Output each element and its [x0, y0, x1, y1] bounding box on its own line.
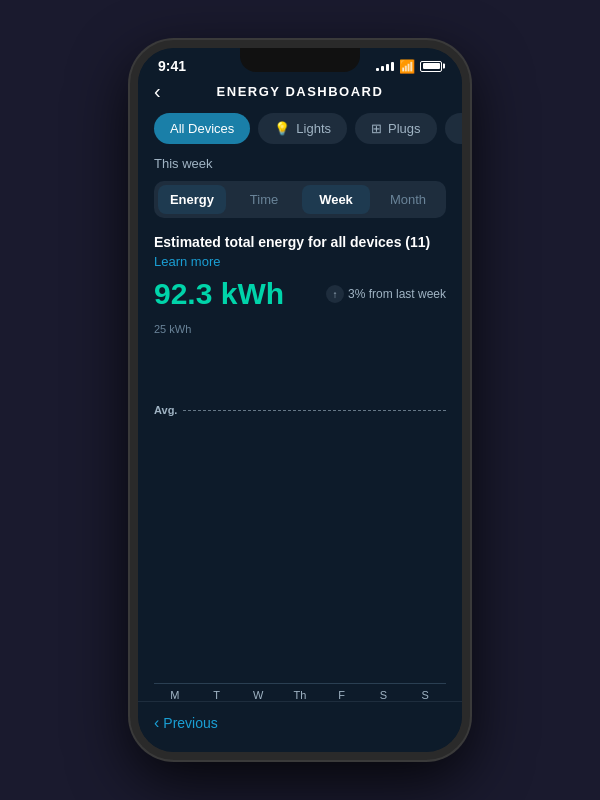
signal-bar-4 [391, 62, 394, 71]
x-label-sun: S [404, 689, 446, 701]
energy-row: 92.3 kWh ↑ 3% from last week [154, 277, 446, 311]
signal-bar-3 [386, 64, 389, 71]
change-arrow-icon: ↑ [326, 285, 344, 303]
chart-area: 25 kWh Avg. [154, 323, 446, 701]
x-axis: M T W Th F S S [154, 683, 446, 701]
bars-area [154, 339, 446, 677]
previous-label: Previous [163, 715, 217, 731]
chart-container: Avg. [154, 339, 446, 701]
device-tab-lights[interactable]: 💡 Lights [258, 113, 347, 144]
device-tab-more-icon: ⊟ [461, 121, 462, 136]
metric-tab-energy[interactable]: Energy [158, 185, 226, 214]
bulb-icon: 💡 [274, 121, 290, 136]
battery-fill [423, 63, 440, 69]
avg-label: Avg. [154, 404, 177, 416]
screen: 9:41 📶 ‹ ENERGY DASHBOARD A [138, 48, 462, 752]
content-area: This week Energy Time Week Month Estimat… [138, 156, 462, 701]
device-tab-more[interactable]: ⊟ [445, 113, 462, 144]
avg-dashed-line-icon [183, 410, 446, 411]
plug-icon: ⊞ [371, 121, 382, 136]
metric-tabs: Energy Time Week Month [154, 181, 446, 218]
device-tab-lights-label: Lights [296, 121, 331, 136]
x-label-sat: S [363, 689, 405, 701]
x-label-mon: M [154, 689, 196, 701]
bottom-nav: ‹ Previous [138, 702, 462, 752]
metric-tab-week[interactable]: Week [302, 185, 370, 214]
chart-y-label: 25 kWh [154, 323, 446, 335]
wifi-icon: 📶 [399, 59, 415, 74]
period-label: This week [154, 156, 446, 171]
energy-value: 92.3 kWh [154, 277, 284, 311]
previous-button[interactable]: ‹ Previous [154, 714, 218, 732]
back-button[interactable]: ‹ [154, 80, 161, 103]
change-text: 3% from last week [348, 287, 446, 301]
device-tab-plugs[interactable]: ⊞ Plugs [355, 113, 437, 144]
status-time: 9:41 [158, 58, 186, 74]
device-tabs: All Devices 💡 Lights ⊞ Plugs ⊟ [138, 109, 462, 156]
device-tab-all[interactable]: All Devices [154, 113, 250, 144]
chevron-left-icon: ‹ [154, 714, 159, 732]
x-label-fri: F [321, 689, 363, 701]
x-label-thu: Th [279, 689, 321, 701]
learn-more-link[interactable]: Learn more [154, 254, 446, 269]
metric-tab-month[interactable]: Month [374, 185, 442, 214]
metric-tab-time[interactable]: Time [230, 185, 298, 214]
device-tab-all-label: All Devices [170, 121, 234, 136]
avg-line: Avg. [154, 404, 446, 416]
status-icons: 📶 [376, 59, 442, 74]
phone-frame: 9:41 📶 ‹ ENERGY DASHBOARD A [130, 40, 470, 760]
signal-bars-icon [376, 62, 394, 71]
x-label-tue: T [196, 689, 238, 701]
notch [240, 48, 360, 72]
signal-bar-2 [381, 66, 384, 71]
page-title: ENERGY DASHBOARD [217, 84, 384, 99]
energy-change: ↑ 3% from last week [326, 285, 446, 303]
signal-bar-1 [376, 68, 379, 71]
header: ‹ ENERGY DASHBOARD [138, 78, 462, 109]
x-label-wed: W [237, 689, 279, 701]
energy-title: Estimated total energy for all devices (… [154, 234, 446, 250]
battery-icon [420, 61, 442, 72]
device-tab-plugs-label: Plugs [388, 121, 421, 136]
